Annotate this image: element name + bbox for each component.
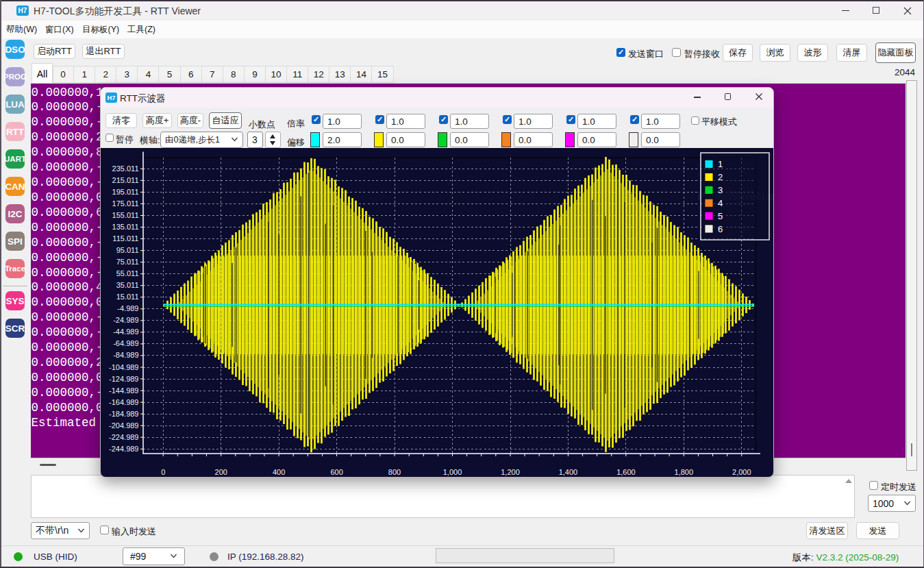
svg-text:155.011: 155.011 — [112, 211, 139, 219]
svg-text:-224.989: -224.989 — [109, 433, 138, 441]
svg-text:-204.989: -204.989 — [109, 421, 138, 430]
svg-text:95.011: 95.011 — [116, 246, 139, 254]
svg-text:-144.989: -144.989 — [109, 386, 138, 395]
svg-text:1,200: 1,200 — [501, 468, 520, 476]
svg-text:1,800: 1,800 — [675, 468, 694, 476]
svg-text:-84.989: -84.989 — [113, 351, 138, 359]
svg-text:1,400: 1,400 — [559, 468, 578, 476]
svg-text:1: 1 — [718, 159, 723, 169]
svg-text:-24.989: -24.989 — [113, 316, 138, 324]
svg-text:195.011: 195.011 — [112, 188, 139, 196]
svg-text:200: 200 — [215, 468, 227, 476]
svg-text:-164.989: -164.989 — [109, 398, 138, 406]
svg-text:-104.989: -104.989 — [109, 363, 138, 371]
svg-text:-64.989: -64.989 — [113, 339, 138, 347]
svg-text:-184.989: -184.989 — [109, 410, 138, 418]
svg-text:15.011: 15.011 — [116, 293, 139, 301]
svg-text:400: 400 — [273, 468, 285, 476]
svg-text:55.011: 55.011 — [116, 269, 139, 277]
svg-text:-124.989: -124.989 — [109, 375, 138, 383]
svg-text:175.011: 175.011 — [112, 199, 139, 208]
svg-text:-44.989: -44.989 — [113, 328, 138, 336]
svg-text:-4.989: -4.989 — [117, 304, 138, 312]
svg-text:5: 5 — [718, 211, 723, 221]
svg-text:1,600: 1,600 — [616, 468, 636, 476]
svg-text:215.011: 215.011 — [112, 176, 139, 184]
svg-text:35.011: 35.011 — [116, 281, 139, 289]
svg-text:115.011: 115.011 — [112, 234, 138, 243]
svg-text:3: 3 — [718, 185, 723, 195]
svg-text:1,000: 1,000 — [443, 468, 462, 476]
svg-text:800: 800 — [388, 468, 401, 476]
svg-text:600: 600 — [330, 468, 342, 476]
svg-text:135.011: 135.011 — [112, 223, 139, 231]
svg-text:75.011: 75.011 — [116, 258, 139, 266]
svg-text:-244.989: -244.989 — [109, 445, 138, 453]
svg-text:6: 6 — [718, 224, 723, 234]
svg-text:2,000: 2,000 — [732, 468, 751, 476]
svg-text:2: 2 — [718, 172, 723, 182]
svg-text:0: 0 — [161, 468, 165, 476]
svg-text:235.011: 235.011 — [112, 164, 139, 173]
svg-text:4: 4 — [718, 198, 723, 208]
